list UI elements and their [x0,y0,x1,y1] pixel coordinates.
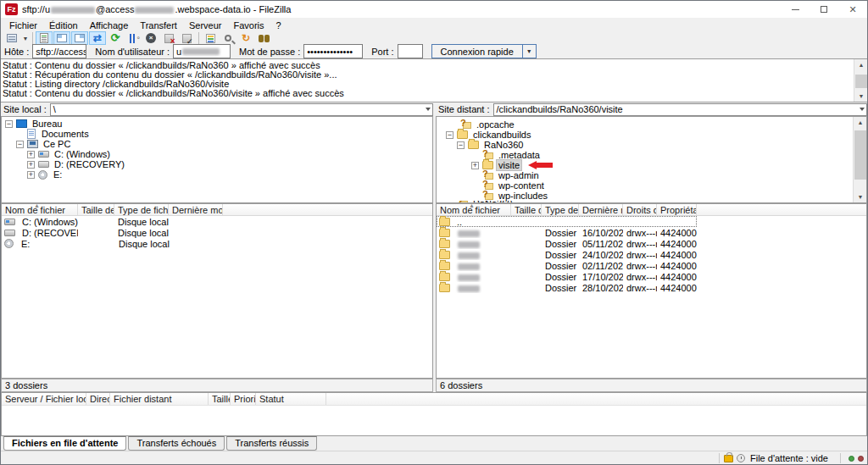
quickconnect-dropdown[interactable]: ▼ [523,44,537,58]
tree-item-wp-content[interactable]: ?wp-content [437,180,852,191]
file-row-c-drive[interactable]: C: (Windows)Disque local [2,216,432,227]
collapse-icon[interactable]: − [5,120,13,128]
site-manager-dropdown[interactable]: ▼ [21,31,30,45]
scroll-up-icon[interactable]: ▲ [854,59,868,70]
cancel-icon: × [146,33,156,43]
site-manager-button[interactable] [3,31,20,45]
tree-item-visite[interactable]: +visite [437,160,852,170]
tab-failed-transfers[interactable]: Transferts échoués [128,436,225,451]
file-permissions: drwx---r-x [623,261,657,271]
tree-item-opcache[interactable]: ?.opcache [437,119,852,130]
column-header-owner[interactable]: Propriéta... [657,204,697,215]
tree-item-documents[interactable]: Documents [2,129,432,139]
remote-path-combo[interactable]: /clickandbuilds/RaNo360/visite [493,103,867,116]
queue-column-status[interactable]: Statut [256,393,326,405]
toggle-local-tree-button[interactable] [53,31,70,45]
file-row-e-drive[interactable]: E:Disque local [2,238,432,249]
tree-item-bureau[interactable]: −Bureau [2,119,432,129]
tree-item-ce-pc[interactable]: −Ce PC [2,139,432,149]
log-scrollbar[interactable]: ▲ ▼ [854,59,867,102]
remote-file-row[interactable]: Dossier ...24/10/2024...drwx---r-x442400… [437,249,866,260]
remote-count-bar: 6 dossiers [436,379,867,392]
maximize-button[interactable] [810,1,838,18]
parent-directory-row[interactable]: .. [437,216,697,227]
remote-file-row[interactable]: Dossier ...16/10/2024...drwx---r-x442400… [437,227,866,238]
remote-file-row[interactable]: Dossier ...05/11/2024...drwx---r-x442400… [437,238,866,249]
column-header-modified[interactable]: Dernière m... [579,204,623,215]
collapse-icon[interactable]: − [457,141,465,149]
password-input[interactable]: •••••••••••••• [303,44,363,58]
column-header-type[interactable]: Type de ... [542,204,579,215]
remote-file-row[interactable]: Dossier ...17/10/2024...drwx---r-x442400… [437,271,866,282]
expand-icon[interactable]: + [27,171,35,179]
collapse-icon[interactable]: − [446,131,453,139]
menu-transfert[interactable]: Transfert [134,19,183,31]
toggle-remote-tree-button[interactable] [71,31,88,45]
local-path-combo[interactable]: \ [50,103,433,116]
tree-item-e-drive[interactable]: +E: [2,169,432,180]
column-header-permissions[interactable]: Droits d'... [623,204,657,215]
column-header-size[interactable]: Taille de ... [78,204,114,215]
folder-icon [439,240,450,248]
queue-column-direction[interactable]: Direc... [86,393,110,405]
find-files-button[interactable] [255,31,272,45]
collapse-icon[interactable]: − [16,141,24,148]
column-header-modified[interactable]: Dernière modi.. [169,204,223,215]
menu-serveur[interactable]: Serveur [183,19,228,31]
queue-column-size[interactable]: Taille [209,393,231,405]
scrollbar-thumb[interactable] [854,130,866,180]
tab-files-queued[interactable]: Fichiers en file d'attente [3,436,126,451]
queue-column-server-local[interactable]: Serveur / Fichier local [2,393,86,405]
remote-tree-scrollbar[interactable]: ▲ ▼ [853,117,866,202]
file-owner: 4424000 ... [657,250,697,260]
scrollbar-thumb[interactable] [855,75,867,88]
remote-file-row[interactable]: Dossier ...28/10/2024...drwx---r-x442400… [437,282,866,293]
tree-item-clickandbuilds[interactable]: −clickandbuilds [437,130,852,140]
window-title: sftp://u@access.webspace-data.io - FileZ… [22,4,781,14]
username-input[interactable]: u [173,44,231,58]
port-input[interactable] [398,44,423,58]
column-header-size[interactable]: Taille d... [511,204,542,215]
menu-help[interactable]: ? [270,19,287,31]
tree-item-c-drive[interactable]: +C: (Windows) [2,149,432,159]
directory-filter-button[interactable] [202,31,219,45]
tree-item-clipped[interactable]: ?RaNo360... [437,201,852,202]
scroll-up-icon[interactable]: ▲ [854,117,867,128]
close-button[interactable]: ✕ [838,1,867,18]
menu-fichier[interactable]: Fichier [3,19,43,31]
synchronized-browsing-button[interactable]: ↻ [237,31,254,45]
quickconnect-button[interactable]: Connexion rapide [431,44,523,58]
toggle-log-view-button[interactable] [36,31,53,45]
tree-item-wp-admin[interactable]: ?wp-admin [437,170,852,180]
disconnect-button[interactable] [160,31,177,45]
remote-file-row[interactable]: Dossier ...02/11/2024...drwx---r-x442400… [437,260,866,271]
scroll-down-icon[interactable]: ▼ [854,91,868,102]
host-input[interactable]: sftp://access [32,44,86,58]
process-queue-button[interactable] [125,31,142,45]
queue-column-priority[interactable]: Priorité [231,393,256,405]
tree-item-d-drive[interactable]: +D: (RECOVERY) [2,159,432,169]
cancel-operation-button[interactable]: × [142,31,159,45]
menu-edition[interactable]: Édition [43,19,84,31]
refresh-button[interactable]: ⟳ [107,31,124,45]
menu-favoris[interactable]: Favoris [227,19,270,31]
local-file-list: ▲ Nom de fichier Taille de ... Type de f… [1,203,433,379]
file-row-d-drive[interactable]: D: (RECOVERY)Disque local [2,227,432,238]
tree-item-rano360[interactable]: −RaNo360 [437,140,852,150]
column-header-name[interactable]: Nom de fichier [2,204,78,215]
reconnect-button[interactable] [178,31,195,45]
tree-item-metadata[interactable]: ?.metadata [437,150,852,160]
queue-column-remote-file[interactable]: Fichier distant [110,393,209,405]
tree-item-wp-includes[interactable]: ?wp-includes [437,191,852,201]
tab-successful-transfers[interactable]: Transferts réussis [226,436,317,451]
menu-affichage[interactable]: Affichage [84,19,135,31]
expand-icon[interactable]: + [471,162,479,169]
directory-comparison-button[interactable] [220,31,236,45]
expand-icon[interactable]: + [27,161,35,169]
column-header-type[interactable]: Type de fichier [114,204,169,215]
scroll-down-icon[interactable]: ▼ [854,191,867,202]
minimize-button[interactable] [781,1,810,18]
expand-icon[interactable]: + [27,151,35,158]
toggle-queue-button[interactable]: ⇄ [89,31,106,45]
menu-bar: Fichier Édition Affichage Transfert Serv… [1,18,867,32]
